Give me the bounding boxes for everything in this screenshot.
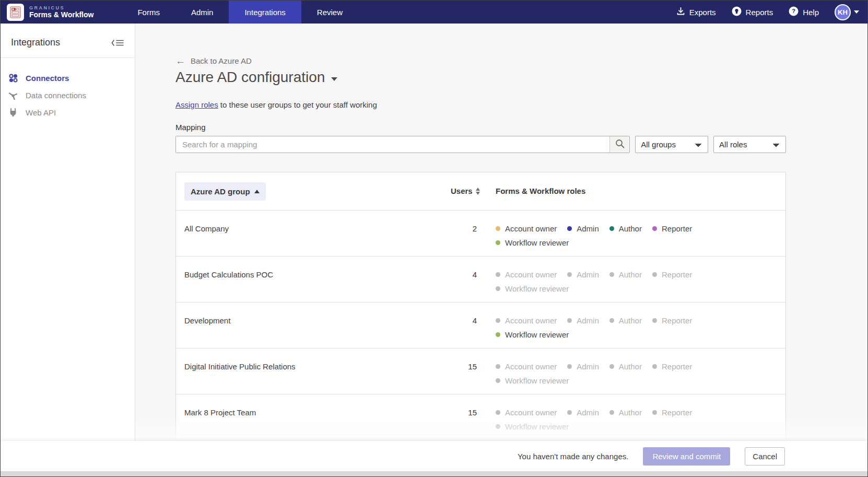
reports-button[interactable]: Reports — [732, 6, 773, 18]
group-column-header-cell: Azure AD group — [184, 182, 451, 201]
role-label: Workflow reviewer — [505, 330, 569, 339]
tab-integrations[interactable]: Integrations — [229, 1, 301, 24]
role-label: Admin — [577, 316, 599, 325]
review-and-commit-button[interactable]: Review and commit — [643, 447, 730, 466]
brand[interactable]: GRANICUS Forms & Workflow — [1, 1, 100, 24]
role-label: Author — [619, 224, 642, 233]
role-dot-icon — [496, 378, 500, 383]
sidebar-item-web-api[interactable]: Web API — [1, 104, 135, 121]
role-dot-icon — [496, 226, 500, 231]
role-label: Account owner — [505, 316, 557, 325]
collapse-sidebar-icon[interactable] — [111, 39, 124, 47]
groups-filter-select[interactable]: All groups — [635, 136, 708, 153]
role-dot-icon — [567, 364, 572, 369]
back-link[interactable]: ← Back to Azure AD — [175, 56, 786, 66]
role-chip[interactable]: Admin — [567, 270, 599, 279]
role-chip[interactable]: Account owner — [496, 224, 557, 233]
role-chip[interactable]: Reporter — [652, 224, 692, 233]
users-column-header-cell: Users — [451, 187, 477, 196]
tab-forms[interactable]: Forms — [122, 1, 175, 24]
role-chip[interactable]: Reporter — [652, 362, 692, 371]
search-input[interactable] — [176, 136, 609, 153]
back-arrow-icon: ← — [175, 56, 185, 66]
sidebar-item-label: Web API — [26, 108, 56, 117]
role-chip[interactable]: Author — [609, 362, 642, 371]
role-dot-icon — [609, 364, 614, 369]
role-chip[interactable]: Workflow reviewer — [496, 422, 569, 431]
role-chip[interactable]: Author — [609, 408, 642, 417]
role-chip[interactable]: Reporter — [652, 270, 692, 279]
role-chip[interactable]: Author — [609, 224, 642, 233]
role-label: Admin — [577, 270, 599, 279]
role-label: Workflow reviewer — [505, 376, 569, 385]
group-column-label: Azure AD group — [191, 187, 250, 196]
role-label: Reporter — [662, 362, 692, 371]
role-chip[interactable]: Account owner — [496, 408, 557, 417]
table-row: All Company 2 Account ownerAdminAuthorRe… — [176, 210, 785, 256]
role-label: Account owner — [505, 408, 557, 417]
role-chip[interactable]: Reporter — [652, 408, 692, 417]
group-name: Mark 8 Project Team — [184, 408, 256, 417]
role-dot-icon — [567, 226, 572, 231]
sidebar-items: Connectors Data connections — [1, 58, 135, 121]
group-name: Budget Calculations POC — [184, 270, 273, 279]
sidebar-item-connectors[interactable]: Connectors — [1, 69, 135, 87]
reports-icon — [732, 6, 742, 18]
group-column-sort-button[interactable]: Azure AD group — [184, 182, 266, 201]
product-name: Forms & Workflow — [29, 10, 93, 19]
role-list: Account ownerAdminAuthorReporterWorkflow… — [496, 224, 746, 247]
role-label: Admin — [577, 224, 599, 233]
page-title-dropdown[interactable]: Azure AD configuration — [175, 69, 786, 86]
role-chip[interactable]: Workflow reviewer — [496, 238, 569, 247]
role-chip[interactable]: Workflow reviewer — [496, 376, 569, 385]
sidebar-item-data-connections[interactable]: Data connections — [1, 87, 135, 104]
role-dot-icon — [496, 424, 500, 429]
mapping-label: Mapping — [175, 123, 786, 132]
role-chip[interactable]: Workflow reviewer — [496, 284, 569, 293]
avatar[interactable]: KH — [835, 4, 851, 20]
role-chip[interactable]: Author — [609, 316, 642, 325]
role-label: Account owner — [505, 270, 557, 279]
nav-tabs: Forms Admin Integrations Review — [122, 1, 358, 24]
assign-roles-sentence: Assign roles to these user groups to get… — [175, 100, 786, 109]
chevron-down-icon — [854, 10, 859, 14]
role-chip[interactable]: Workflow reviewer — [496, 330, 569, 339]
role-dot-icon — [652, 226, 657, 231]
role-dot-icon — [652, 410, 657, 415]
tab-review[interactable]: Review — [301, 1, 358, 24]
role-label: Reporter — [662, 224, 692, 233]
brand-text: GRANICUS Forms & Workflow — [29, 5, 93, 19]
exports-label: Exports — [689, 8, 716, 17]
sidebar: Integrations — [1, 24, 135, 441]
help-button[interactable]: ? Help — [789, 6, 819, 18]
role-chip[interactable]: Reporter — [652, 316, 692, 325]
exports-button[interactable]: Exports — [676, 7, 716, 17]
tab-admin[interactable]: Admin — [175, 1, 229, 24]
role-dot-icon — [567, 318, 572, 323]
search-button[interactable] — [609, 136, 629, 153]
role-chip[interactable]: Admin — [567, 224, 599, 233]
role-dot-icon — [567, 272, 572, 277]
roles-filter-select[interactable]: All roles — [713, 136, 786, 153]
role-chip[interactable]: Account owner — [496, 270, 557, 279]
role-chip[interactable]: Account owner — [496, 362, 557, 371]
users-count: 4 — [473, 270, 477, 279]
user-menu[interactable]: KH — [835, 4, 859, 20]
role-chip[interactable]: Account owner — [496, 316, 557, 325]
role-list: Account ownerAdminAuthorReporterWorkflow… — [496, 362, 746, 385]
body: Integrations — [1, 24, 867, 441]
role-chip[interactable]: Admin — [567, 316, 599, 325]
back-link-label: Back to Azure AD — [191, 56, 252, 65]
role-chip[interactable]: Author — [609, 270, 642, 279]
reports-label: Reports — [746, 8, 773, 17]
svg-text:?: ? — [792, 8, 795, 14]
role-chip[interactable]: Admin — [567, 408, 599, 417]
role-label: Admin — [577, 362, 599, 371]
assign-roles-link[interactable]: Assign roles — [175, 100, 218, 109]
role-label: Author — [619, 408, 642, 417]
sidebar-header: Integrations — [1, 24, 135, 58]
cancel-button[interactable]: Cancel — [745, 447, 785, 466]
users-column-sort-button[interactable]: Users — [451, 187, 480, 195]
role-chip[interactable]: Admin — [567, 362, 599, 371]
role-dot-icon — [496, 318, 500, 323]
